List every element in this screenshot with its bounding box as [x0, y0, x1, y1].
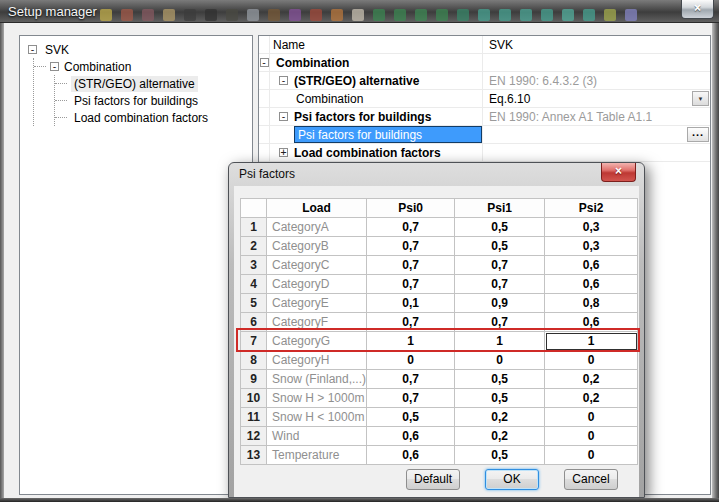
load-cell[interactable]: CategoryC — [267, 256, 367, 275]
property-row[interactable]: Psi factors for buildings... — [259, 126, 710, 144]
load-cell[interactable]: Snow H < 1000m — [267, 408, 367, 427]
psi-value-cell[interactable]: 0,6 — [367, 446, 455, 465]
property-value-cell[interactable] — [483, 144, 710, 161]
psi-value-cell[interactable]: 0,7 — [367, 237, 455, 256]
load-cell[interactable]: Wind — [267, 427, 367, 446]
property-value-cell[interactable]: SVK — [483, 36, 710, 53]
psi-value-cell[interactable]: 0,6 — [367, 427, 455, 446]
row-number-cell[interactable]: 3 — [241, 256, 267, 275]
psi-value-cell[interactable]: 0,6 — [545, 313, 638, 332]
row-number-cell[interactable]: 13 — [241, 446, 267, 465]
property-name-cell[interactable]: Combination — [270, 90, 483, 107]
property-name-cell[interactable]: Name — [270, 36, 483, 53]
psi-value-cell[interactable]: 0,3 — [545, 237, 638, 256]
property-row[interactable]: -Psi factors for buildingsEN 1990: Annex… — [259, 108, 710, 126]
collapse-icon[interactable]: - — [50, 62, 59, 71]
psi-value-cell[interactable]: 0 — [545, 446, 638, 465]
psi-value-cell[interactable]: 0,7 — [367, 389, 455, 408]
cancel-button[interactable]: Cancel — [564, 469, 618, 490]
psi-value-cell[interactable]: 0,5 — [455, 237, 545, 256]
row-number-cell[interactable]: 12 — [241, 427, 267, 446]
row-number-cell[interactable]: 11 — [241, 408, 267, 427]
psi-value-cell[interactable]: 0,5 — [455, 446, 545, 465]
tree-item-combination[interactable]: - Combination — [34, 58, 252, 75]
load-cell[interactable]: Snow H > 1000m — [267, 389, 367, 408]
row-number-cell[interactable]: 6 — [241, 313, 267, 332]
collapse-icon[interactable]: - — [260, 58, 269, 67]
psi-value-cell[interactable]: 0,7 — [367, 275, 455, 294]
psi-value-cell[interactable]: 0,5 — [455, 370, 545, 389]
psi-value-cell[interactable]: 1 — [545, 332, 638, 351]
dialog-close-button[interactable]: × — [601, 163, 636, 182]
property-row[interactable]: -(STR/GEO) alternativeEN 1990: 6.4.3.2 (… — [259, 72, 710, 90]
psi-value-cell[interactable]: 0,7 — [367, 256, 455, 275]
load-cell[interactable]: Snow (Finland,...) — [267, 370, 367, 389]
psi-value-cell[interactable]: 0,7 — [455, 313, 545, 332]
property-value-cell[interactable]: Eq.6.10▼ — [483, 90, 710, 107]
psi-value-cell[interactable]: 0 — [367, 351, 455, 370]
load-cell[interactable]: CategoryG — [267, 332, 367, 351]
default-button[interactable]: Default — [406, 469, 460, 490]
window-titlebar[interactable]: Setup manager — [0, 0, 719, 23]
property-row[interactable]: NameSVK — [259, 36, 710, 54]
psi-value-cell[interactable]: 0,8 — [545, 294, 638, 313]
psi-value-cell[interactable]: 0 — [545, 427, 638, 446]
property-value-cell[interactable] — [483, 54, 710, 71]
ok-button[interactable]: OK — [485, 469, 539, 490]
collapse-icon[interactable]: - — [279, 112, 288, 121]
psi-value-cell[interactable]: 0,7 — [367, 218, 455, 237]
psi-value-cell[interactable]: 1 — [455, 332, 545, 351]
property-value-cell[interactable]: ... — [483, 126, 710, 143]
psi-value-cell[interactable]: 0 — [455, 351, 545, 370]
psi-value-cell[interactable]: 0,6 — [545, 275, 638, 294]
psi-value-cell[interactable]: 0,7 — [367, 313, 455, 332]
load-cell[interactable]: CategoryF — [267, 313, 367, 332]
tree-item-psi-factors[interactable]: Psi factors for buildings — [55, 92, 252, 109]
selected-property[interactable]: Psi factors for buildings — [294, 126, 482, 143]
collapse-icon[interactable]: - — [28, 45, 37, 54]
psi-value-cell[interactable]: 0,7 — [455, 275, 545, 294]
tree-item-load-combination-factors[interactable]: Load combination factors — [55, 109, 252, 126]
close-button[interactable]: × — [681, 0, 714, 19]
property-name-cell[interactable]: Combination — [270, 54, 483, 71]
row-number-cell[interactable]: 2 — [241, 237, 267, 256]
psi-value-cell[interactable]: 0,6 — [545, 256, 638, 275]
psi-value-cell[interactable]: 0,5 — [367, 408, 455, 427]
psi-value-cell[interactable]: 0,3 — [545, 218, 638, 237]
dropdown-button[interactable]: ▼ — [692, 91, 709, 106]
psi-value-cell[interactable]: 0,7 — [367, 370, 455, 389]
property-row[interactable]: -Combination — [259, 54, 710, 72]
psi-value-cell[interactable]: 0,5 — [455, 218, 545, 237]
row-number-cell[interactable]: 7 — [241, 332, 267, 351]
row-number-cell[interactable]: 9 — [241, 370, 267, 389]
psi-value-cell[interactable]: 0,2 — [545, 370, 638, 389]
psi-value-cell[interactable]: 0 — [545, 351, 638, 370]
load-cell[interactable]: CategoryD — [267, 275, 367, 294]
collapse-icon[interactable]: - — [279, 76, 288, 85]
load-cell[interactable]: CategoryB — [267, 237, 367, 256]
property-name-cell[interactable]: -(STR/GEO) alternative — [270, 72, 483, 89]
psi-value-cell[interactable]: 0,1 — [367, 294, 455, 313]
property-name-cell[interactable]: +Load combination factors — [270, 144, 483, 161]
row-number-cell[interactable]: 10 — [241, 389, 267, 408]
property-value-cell[interactable]: EN 1990: Annex A1 Table A1.1 — [483, 108, 710, 125]
row-number-cell[interactable]: 5 — [241, 294, 267, 313]
load-cell[interactable]: CategoryH — [267, 351, 367, 370]
load-cell[interactable]: CategoryE — [267, 294, 367, 313]
ellipsis-button[interactable]: ... — [687, 127, 709, 142]
load-cell[interactable]: Temperature — [267, 446, 367, 465]
psi-value-cell[interactable]: 1 — [367, 332, 455, 351]
property-row[interactable]: +Load combination factors — [259, 144, 710, 162]
property-value-cell[interactable]: EN 1990: 6.4.3.2 (3) — [483, 72, 710, 89]
psi-value-cell[interactable]: 0,7 — [455, 256, 545, 275]
row-number-cell[interactable]: 1 — [241, 218, 267, 237]
psi-value-cell[interactable]: 0,5 — [455, 389, 545, 408]
row-number-cell[interactable]: 4 — [241, 275, 267, 294]
tree-item-str-geo-alternative[interactable]: (STR/GEO) alternative — [55, 75, 252, 92]
psi-value-cell[interactable]: 0,2 — [545, 389, 638, 408]
load-cell[interactable]: CategoryA — [267, 218, 367, 237]
expand-icon[interactable]: + — [279, 148, 288, 157]
property-name-cell[interactable]: Psi factors for buildings — [270, 126, 483, 143]
tree-item-svk[interactable]: - SVK — [20, 41, 252, 58]
row-number-cell[interactable]: 8 — [241, 351, 267, 370]
